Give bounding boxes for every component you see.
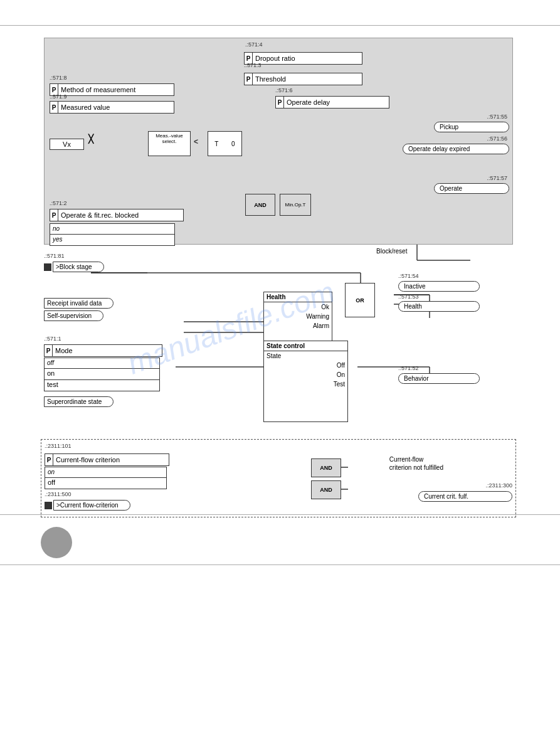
yes-value-block: yes xyxy=(50,235,175,246)
p-label-operate-delay: P xyxy=(275,96,284,109)
yes-value: yes xyxy=(53,236,63,243)
receipt-invalid-data: Receipt invalid data xyxy=(44,298,114,309)
state-label: State xyxy=(264,351,347,361)
superordinate-state: Superordinate state xyxy=(44,396,114,407)
current-flow-criterion-block: P Current-flow criterion xyxy=(45,453,169,466)
addr-571-81: .:571:81 xyxy=(44,253,65,259)
current-crit-fulf-output: Current crit. fulf. xyxy=(418,491,512,502)
addr-571-9: .:571:9 xyxy=(50,93,67,100)
current-flow-section: .:2311:101 P Current-flow criterion on o… xyxy=(41,439,516,517)
mode-test-value: test xyxy=(47,381,58,388)
mode-test-block: test xyxy=(44,380,160,391)
method-measurement-content: Method of measurement xyxy=(58,83,174,96)
addr-571-2: .:571:2 xyxy=(50,200,67,206)
pickup-output: Pickup xyxy=(434,122,509,132)
operate-delay-content: Operate delay xyxy=(284,96,389,109)
mode-off-block: off xyxy=(44,358,160,369)
vx-block: Vx xyxy=(50,139,84,150)
or-gate: OR xyxy=(345,283,375,317)
p-label-measured: P xyxy=(50,101,58,114)
min-opt-t-block: Min.Op.T xyxy=(280,194,311,216)
mode-block: P Mode xyxy=(44,344,162,357)
health-alarm: Alarm xyxy=(264,321,332,331)
mode-on-block: on xyxy=(44,369,160,380)
state-off: Off xyxy=(264,361,347,370)
timer-block: T 0 xyxy=(208,131,242,156)
addr-571-57: .:571:57 xyxy=(487,175,507,181)
cf-criterion-container: >Current flow-criterion xyxy=(45,500,130,511)
addr-2311-500: .:2311:500 xyxy=(45,491,71,497)
health-warning: Warning xyxy=(264,312,332,321)
timer-t-label: T xyxy=(214,140,218,147)
and-gate: AND xyxy=(245,194,275,216)
cf-criterion-square xyxy=(45,502,52,509)
inactive-output: Inactive xyxy=(398,281,480,292)
cf-criterion-label: >Current flow-criterion xyxy=(53,500,130,511)
self-supervision: Self-supervision xyxy=(44,310,103,321)
addr-571-4: .:571:4 xyxy=(245,41,263,48)
health-output: Health xyxy=(398,301,480,312)
threshold-block: P Threshold xyxy=(244,73,362,85)
operate-delay-expired-output: Operate delay expired xyxy=(403,144,509,154)
p-label-operate-fit: P xyxy=(50,209,58,221)
top-rule xyxy=(0,25,560,26)
method-measurement-block: P Method of measurement xyxy=(50,83,174,96)
cf-on-block: on xyxy=(45,467,167,478)
no-value-block: no xyxy=(50,223,175,235)
health-ok: Ok xyxy=(264,302,332,312)
operate-fit-content: Operate & fit.rec. blocked xyxy=(58,209,184,221)
addr-2311-101: .:2311:101 xyxy=(45,443,71,449)
p-label-mode: P xyxy=(44,344,53,357)
timer-val: 0 xyxy=(231,140,235,147)
cf-off-value: off xyxy=(48,479,55,486)
and-gate-cf1: AND xyxy=(311,458,341,477)
block-stage-square xyxy=(44,263,51,271)
health-box: Health Ok Warning Alarm xyxy=(263,292,332,348)
addr-571-55: .:571:55 xyxy=(487,114,507,120)
state-control-title: State control xyxy=(264,341,347,351)
addr-571-53: .:571:53 xyxy=(398,294,419,300)
measured-value-block: P Measured value xyxy=(50,101,174,114)
p-label-threshold: P xyxy=(244,73,253,85)
block-stage-container: >Block stage xyxy=(44,262,104,272)
cf-not-fulfilled-label: Current-flow criterion not fulfilled xyxy=(389,455,443,472)
no-value: no xyxy=(53,225,60,232)
measured-value-content: Measured value xyxy=(58,101,174,114)
addr-571-52: .:571:52 xyxy=(398,365,419,371)
state-test: Test xyxy=(264,379,347,389)
cf-content: Current-flow criterion xyxy=(53,453,169,466)
gray-region: .:571:4 P Dropout ratio .:571:8 .:571:3 … xyxy=(44,38,513,245)
operate-delay-block: P Operate delay xyxy=(275,96,389,109)
health-box-title: Health xyxy=(264,292,332,302)
mode-content: Mode xyxy=(53,344,162,357)
operate-fit-block: P Operate & fit.rec. blocked xyxy=(50,209,184,221)
addr-2311-300: .:2311:300 xyxy=(485,482,512,489)
meas-select-box: Meas.-value select. xyxy=(148,131,191,156)
cf-off-block: off xyxy=(45,478,167,489)
x-crossing: ╳ xyxy=(88,134,93,144)
arrow-less-than: < xyxy=(194,137,198,146)
diagram-area: .:571:4 P Dropout ratio .:571:8 .:571:3 … xyxy=(41,34,517,521)
dropout-ratio-block: P Dropout ratio xyxy=(244,52,362,65)
addr-571-8: .:571:8 xyxy=(50,75,67,81)
addr-571-6: .:571:6 xyxy=(275,87,293,93)
mode-off-value: off xyxy=(47,359,54,366)
timer-contents: T 0 xyxy=(208,132,241,156)
threshold-content: Threshold xyxy=(253,73,362,85)
gray-circle xyxy=(41,527,72,558)
behavior-output: Behavior xyxy=(398,373,480,384)
block-reset-label: Block/reset xyxy=(376,248,407,255)
bottom-rule2 xyxy=(0,564,560,565)
p-label-cf: P xyxy=(45,453,53,466)
mode-on-value: on xyxy=(47,369,55,377)
cf-on-value: on xyxy=(48,469,55,475)
meas-select-label: Meas.-value select. xyxy=(150,133,189,144)
dropout-ratio-content: Dropout ratio xyxy=(253,52,362,65)
state-on: On xyxy=(264,370,347,379)
and-gate-cf2: AND xyxy=(311,480,341,499)
addr-571-3: .:571:3 xyxy=(244,62,262,68)
state-control-box: State control State Off On Test xyxy=(263,341,348,422)
block-stage-label: >Block stage xyxy=(53,262,104,272)
operate-output: Operate xyxy=(434,183,509,194)
addr-571-54: .:571:54 xyxy=(398,273,419,279)
